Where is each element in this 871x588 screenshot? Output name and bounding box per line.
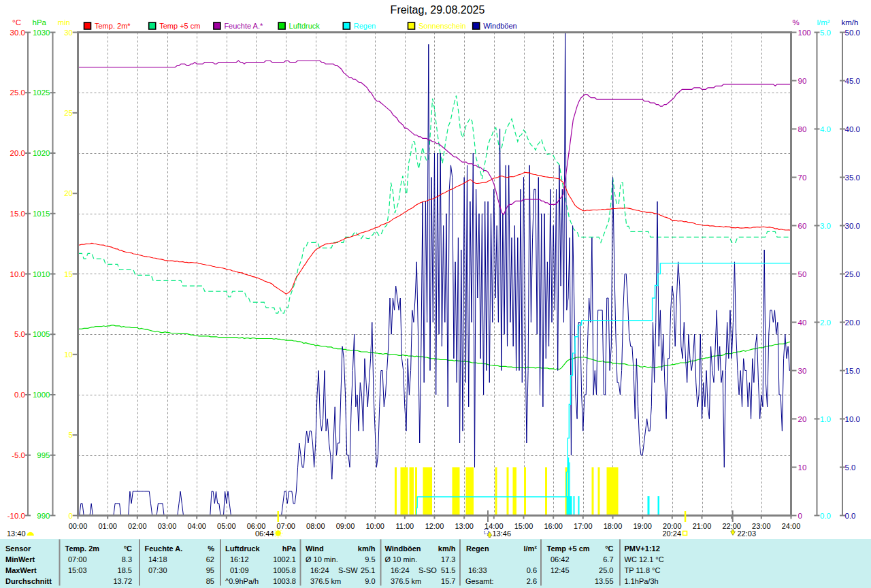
svg-text:30: 30 — [64, 29, 73, 37]
svg-text:13:46: 13:46 — [493, 529, 512, 538]
svg-text:°C: °C — [12, 18, 21, 27]
svg-text:20.0: 20.0 — [845, 318, 860, 327]
svg-text:2.6: 2.6 — [527, 577, 537, 585]
svg-text:12:45: 12:45 — [550, 566, 570, 574]
svg-text:90: 90 — [798, 77, 807, 85]
svg-text:00:00: 00:00 — [69, 522, 88, 530]
svg-text:20:00: 20:00 — [663, 522, 682, 530]
svg-text:14:18: 14:18 — [148, 555, 167, 564]
svg-text:11:00: 11:00 — [395, 522, 414, 530]
svg-text:Freitag, 29.08.2025: Freitag, 29.08.2025 — [391, 4, 485, 16]
svg-text:km/h: km/h — [842, 18, 859, 27]
svg-text:8.3: 8.3 — [122, 555, 132, 564]
svg-text:24:00: 24:00 — [782, 522, 801, 530]
svg-text:l/m²: l/m² — [817, 18, 830, 27]
svg-text:4.0: 4.0 — [820, 125, 831, 133]
svg-text:1005: 1005 — [33, 330, 50, 338]
svg-text:Temp +5 cm: Temp +5 cm — [159, 22, 200, 30]
svg-text:10:00: 10:00 — [365, 522, 384, 530]
svg-text:45.0: 45.0 — [845, 77, 860, 85]
svg-text:70: 70 — [798, 174, 807, 182]
svg-text:S-SO: S-SO — [418, 566, 437, 574]
svg-text:25.0: 25.0 — [599, 566, 613, 574]
svg-text:Feuchte A.*: Feuchte A.* — [224, 22, 263, 30]
svg-text:0.6: 0.6 — [527, 566, 537, 574]
svg-text:^0.9hPa/h: ^0.9hPa/h — [225, 577, 259, 585]
svg-text:01:09: 01:09 — [230, 566, 249, 574]
svg-text:°C: °C — [124, 544, 132, 553]
svg-text:20: 20 — [798, 415, 807, 423]
svg-text:1.1hPa/3h: 1.1hPa/3h — [625, 577, 659, 585]
svg-text:30.0: 30.0 — [845, 222, 860, 230]
svg-text:17.3: 17.3 — [441, 555, 455, 564]
svg-text:07:00: 07:00 — [276, 522, 295, 530]
svg-text:16:24: 16:24 — [310, 566, 329, 574]
svg-text:06:44: 06:44 — [255, 529, 274, 538]
svg-text:TP 11.8 °C: TP 11.8 °C — [625, 566, 661, 574]
svg-text:376.5 km: 376.5 km — [310, 577, 341, 585]
svg-text:60: 60 — [798, 222, 807, 230]
svg-text:05:00: 05:00 — [217, 522, 236, 530]
svg-text:18.5: 18.5 — [118, 566, 132, 574]
svg-text:PMV+1:12: PMV+1:12 — [625, 544, 660, 553]
svg-text:1000: 1000 — [33, 391, 50, 399]
svg-text:9.0: 9.0 — [365, 577, 375, 585]
svg-text:19:00: 19:00 — [633, 522, 652, 530]
svg-text:376.5 km: 376.5 km — [391, 577, 421, 585]
svg-text:15:03: 15:03 — [68, 566, 87, 574]
svg-text:100: 100 — [798, 29, 811, 37]
svg-text:01:00: 01:00 — [98, 522, 117, 530]
svg-text:02:00: 02:00 — [128, 522, 147, 530]
svg-text:MaxWert: MaxWert — [5, 566, 37, 574]
svg-text:5.0: 5.0 — [14, 330, 25, 338]
svg-text:1005.8: 1005.8 — [273, 566, 296, 574]
svg-text:50.0: 50.0 — [845, 29, 860, 37]
svg-text:Sensor: Sensor — [5, 544, 31, 553]
svg-text:Durchschnitt: Durchschnitt — [5, 577, 52, 585]
svg-text:1003.8: 1003.8 — [273, 577, 296, 585]
svg-text:0.0: 0.0 — [14, 391, 25, 399]
svg-text:Sonnenschein: Sonnenschein — [418, 22, 466, 30]
svg-text:20:24: 20:24 — [662, 529, 681, 538]
svg-text:0.0: 0.0 — [820, 512, 831, 520]
svg-text:22:03: 22:03 — [738, 529, 757, 538]
svg-text:1.0: 1.0 — [820, 415, 831, 423]
svg-text:12:00: 12:00 — [425, 522, 444, 530]
svg-text:9.5: 9.5 — [365, 555, 375, 564]
svg-text:995: 995 — [37, 451, 50, 459]
svg-text:Temp. 2m*: Temp. 2m* — [95, 22, 131, 30]
svg-text:13.72: 13.72 — [113, 577, 132, 585]
svg-text:51.5: 51.5 — [441, 566, 455, 574]
svg-text:10.0: 10.0 — [845, 415, 860, 423]
svg-text:-5.0: -5.0 — [12, 451, 25, 459]
svg-text:Regen: Regen — [354, 22, 376, 30]
svg-text:14:00: 14:00 — [484, 522, 504, 530]
svg-text:Luftdruck: Luftdruck — [225, 544, 261, 553]
svg-text:50: 50 — [798, 270, 807, 278]
svg-text:15.7: 15.7 — [441, 577, 455, 585]
svg-text:S-SW: S-SW — [338, 566, 358, 574]
svg-text:25.0: 25.0 — [845, 270, 860, 278]
svg-text:°C: °C — [605, 544, 613, 553]
svg-text:06:00: 06:00 — [247, 522, 266, 530]
svg-text:1030: 1030 — [33, 29, 50, 37]
svg-text:30.0: 30.0 — [10, 29, 25, 37]
svg-text:hPa: hPa — [33, 18, 47, 27]
svg-text:10: 10 — [798, 463, 807, 472]
svg-text:03:00: 03:00 — [158, 522, 177, 530]
svg-text:07:00: 07:00 — [68, 555, 87, 564]
svg-text:hPa: hPa — [282, 544, 297, 553]
svg-text:1010: 1010 — [33, 270, 50, 278]
svg-text:15.0: 15.0 — [845, 367, 860, 375]
svg-text:22:00: 22:00 — [722, 522, 741, 530]
svg-text:1025: 1025 — [33, 88, 50, 97]
svg-text:16:12: 16:12 — [230, 555, 249, 564]
svg-text:Temp. 2m: Temp. 2m — [65, 544, 100, 553]
svg-text:30: 30 — [798, 367, 807, 375]
svg-text:25.1: 25.1 — [361, 566, 375, 574]
svg-text:0.0: 0.0 — [845, 512, 856, 520]
svg-text:04:00: 04:00 — [187, 522, 206, 530]
svg-text:%: % — [793, 18, 800, 27]
svg-text:16:24: 16:24 — [391, 566, 410, 574]
svg-text:13:00: 13:00 — [455, 522, 474, 530]
